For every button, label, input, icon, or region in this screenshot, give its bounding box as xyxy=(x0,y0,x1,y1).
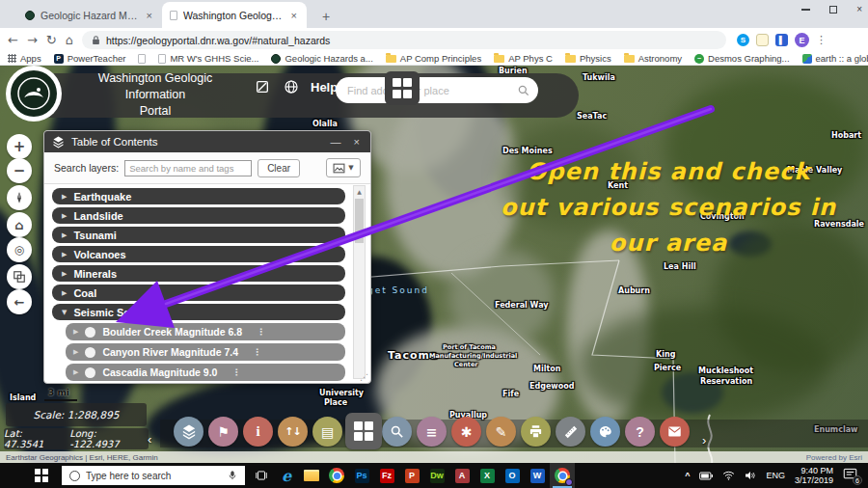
toc-layer-boulder-creek[interactable]: ▶Boulder Creek Magnitude 6.8⋮ xyxy=(66,323,345,340)
bookmark-earth[interactable]: earth :: a global ma... xyxy=(802,53,868,64)
zoom-out-button[interactable]: − xyxy=(7,158,32,183)
bookmark-powerteacher[interactable]: PPowerTeacher xyxy=(54,53,126,64)
taskbar-powerpoint[interactable]: P xyxy=(399,463,424,488)
taskbar-photoshop[interactable]: Ps xyxy=(349,463,374,488)
bookmark-physics[interactable]: Physics xyxy=(565,53,611,64)
scrollbar-thumb[interactable] xyxy=(355,199,364,243)
toolbar-grid-button[interactable] xyxy=(345,413,382,449)
new-tab-button[interactable]: + xyxy=(316,9,336,28)
window-minimize-button[interactable] xyxy=(801,9,810,11)
toc-category-minerals[interactable]: ▶Minerals xyxy=(52,265,345,282)
back-arrow-button[interactable]: ← xyxy=(7,289,32,314)
layer-toggle[interactable] xyxy=(85,347,95,358)
measure-button[interactable] xyxy=(556,417,585,447)
taskbar-search-box[interactable] xyxy=(62,466,245,485)
toc-category-volcanoes[interactable]: ▶Volcanoes xyxy=(52,246,345,262)
toc-close-button[interactable]: × xyxy=(351,136,363,148)
browser-home-button[interactable]: ⌂ xyxy=(66,34,73,46)
bookmark-astronomy[interactable]: Astronomy xyxy=(624,53,682,64)
panel-resize-handle[interactable]: ⋰ xyxy=(360,373,368,382)
portal-search-box[interactable] xyxy=(336,77,538,103)
window-close-button[interactable]: × xyxy=(856,5,862,14)
taskbar-edge[interactable]: e xyxy=(274,463,299,488)
zoom-in-button[interactable]: + xyxy=(7,134,32,159)
legend-button[interactable]: ≡ xyxy=(417,417,447,447)
browser-forward-button[interactable]: → xyxy=(27,34,38,46)
toc-layer-canyon-river[interactable]: ▶Canyon River Magnitude 7.4⋮ xyxy=(66,343,345,361)
edit-button[interactable]: ✎ xyxy=(486,417,516,447)
tab-close-icon[interactable]: × xyxy=(145,10,154,21)
bookmark-ap-comp[interactable]: AP Comp Principles xyxy=(386,53,481,64)
toc-search-input[interactable] xyxy=(124,160,252,176)
taskbar-outlook[interactable]: O xyxy=(500,463,525,488)
speaker-icon[interactable] xyxy=(745,471,756,480)
dnr-logo[interactable] xyxy=(6,66,62,122)
layers-button[interactable] xyxy=(174,417,203,447)
toc-category-tsunami[interactable]: ▶Tsunami xyxy=(52,227,345,243)
query-button[interactable] xyxy=(382,417,412,447)
scroll-up-icon[interactable]: ▲ xyxy=(354,186,365,198)
start-button[interactable] xyxy=(29,463,54,488)
help-link[interactable]: Help xyxy=(311,80,338,95)
compass-icon[interactable] xyxy=(7,185,32,210)
add-graphics-button[interactable]: ✱ xyxy=(451,417,481,447)
toc-category-earthquake[interactable]: ▶Earthquake xyxy=(52,188,345,204)
toc-category-coal[interactable]: ▶Coal xyxy=(52,285,345,301)
help-button[interactable]: ? xyxy=(625,417,655,447)
toc-layer-cascadia[interactable]: ▶Cascadia Magnitude 9.0⋮ xyxy=(66,364,345,381)
taskbar-dreamweaver[interactable]: Dw xyxy=(424,463,449,488)
previous-extent-button[interactable] xyxy=(7,264,32,289)
bookmark-ghhs[interactable]: MR W's GHHS Scie... xyxy=(158,53,258,64)
window-restore-button[interactable] xyxy=(829,6,837,14)
map-tools-icon[interactable] xyxy=(255,79,270,98)
taskbar-chrome[interactable] xyxy=(324,463,349,488)
taskbar-filezilla[interactable]: Fz xyxy=(374,463,399,488)
search-icon[interactable] xyxy=(517,84,530,97)
taskbar-word[interactable]: W xyxy=(525,463,550,488)
layer-menu-icon[interactable]: ⋮ xyxy=(257,327,265,337)
taskbar-excel[interactable]: X xyxy=(475,463,500,488)
taskbar-access[interactable]: A xyxy=(449,463,475,488)
browser-back-button[interactable]: ← xyxy=(8,34,18,46)
wifi-icon[interactable] xyxy=(722,471,735,480)
header-grid-button[interactable] xyxy=(385,71,420,105)
layer-toggle[interactable] xyxy=(85,327,95,338)
tray-expand-chevron[interactable]: ^ xyxy=(685,471,690,480)
home-extent-button[interactable]: ⌂ xyxy=(7,212,32,237)
taskbar-search-input[interactable] xyxy=(86,471,222,481)
print-button[interactable] xyxy=(521,417,551,447)
globe-icon[interactable] xyxy=(284,79,299,98)
tab-geologic-hazard-maps[interactable]: Geologic Hazard Maps | WA - DN × xyxy=(17,2,162,28)
layer-menu-icon[interactable]: ⋮ xyxy=(231,367,240,377)
layer-toggle[interactable] xyxy=(85,367,95,378)
tab-washington-geologic-portal[interactable]: Washington Geologic Informatio × xyxy=(162,2,307,28)
tab-close-icon[interactable]: × xyxy=(289,10,299,21)
battery-icon[interactable] xyxy=(699,472,713,480)
toc-category-landslide[interactable]: ▶Landslide xyxy=(52,207,345,224)
skype-extension-icon[interactable]: S xyxy=(737,34,749,46)
my-location-button[interactable]: ◎ xyxy=(7,237,32,262)
collapse-left-chevron[interactable]: ‹ xyxy=(148,432,151,447)
microphone-icon[interactable] xyxy=(228,470,237,481)
bookmark-apps[interactable]: Apps xyxy=(8,53,41,64)
bookmark-doc[interactable] xyxy=(138,54,146,64)
action-center-button[interactable]: 6 xyxy=(843,468,860,483)
bookmark-ap-phys[interactable]: AP Phys C xyxy=(494,53,553,64)
clipper-extension-icon[interactable]: ▌ xyxy=(775,34,788,46)
collapse-right-chevron[interactable]: › xyxy=(702,433,706,447)
bookmark-desmos[interactable]: ~Desmos Graphing... xyxy=(694,53,789,64)
portal-search-input[interactable] xyxy=(347,85,517,96)
taskbar-chrome-active[interactable] xyxy=(550,463,575,488)
browser-menu-icon[interactable]: ⋮ xyxy=(816,34,827,46)
taskbar-clock[interactable]: 9:40 PM 3/17/2019 xyxy=(795,466,833,485)
task-view-button[interactable] xyxy=(249,463,274,488)
contact-button[interactable] xyxy=(660,417,690,447)
taskbar-file-explorer[interactable] xyxy=(299,463,324,488)
bookmark-geologic-hazards[interactable]: Geologic Hazards a... xyxy=(271,53,372,64)
toc-minimize-button[interactable]: — xyxy=(328,136,344,148)
powered-by-esri[interactable]: Powered by Esri xyxy=(806,453,862,462)
toc-scrollbar[interactable]: ▲ xyxy=(353,185,366,379)
toc-category-seismic-scenarios[interactable]: ▼Seismic Scenarios xyxy=(52,304,345,320)
info-button[interactable]: i xyxy=(243,417,273,447)
url-bar[interactable]: https://geologyportal.dnr.wa.gov/#natura… xyxy=(82,31,726,49)
